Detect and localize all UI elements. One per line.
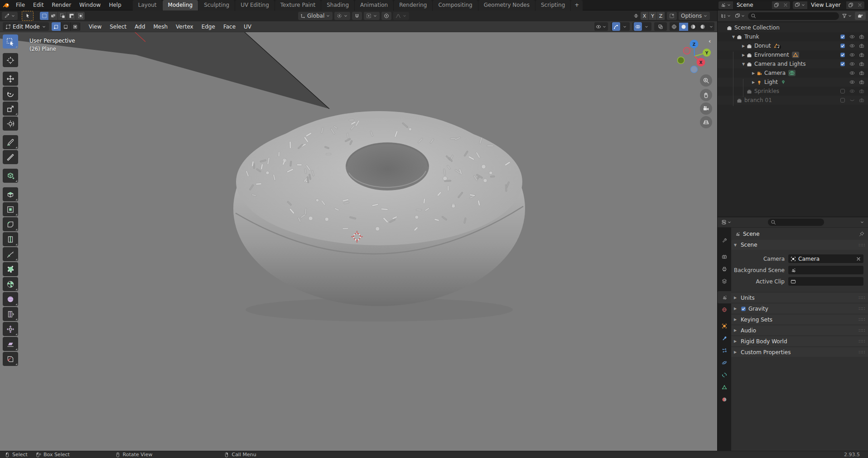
select-mode-intersect[interactable] [76,12,85,20]
axis-neg-y[interactable] [678,57,685,64]
properties-tab-material[interactable] [718,393,731,405]
tab-shading[interactable]: Shading [321,0,354,10]
sidebar-collapse-arrow[interactable]: ‹ [709,38,711,44]
display-mode-dropdown[interactable] [720,13,732,19]
panel-grip-icon[interactable]: ∷∷ [858,339,865,344]
eye-open-icon[interactable] [847,52,857,58]
tool-cursor[interactable] [3,53,18,67]
select-mode-set[interactable] [40,12,49,20]
options-dropdown[interactable]: Options [679,12,710,20]
mirror-x-button[interactable]: X [641,12,649,20]
eye-open-icon[interactable] [847,79,857,85]
vertex-select-mode[interactable] [52,22,61,31]
pin-icon[interactable] [859,231,864,237]
tab-rendering[interactable]: Rendering [394,0,432,10]
tab-compositing[interactable]: Compositing [433,0,477,10]
panel-keying-sets[interactable]: ▶Keying Sets∷∷ [731,315,868,324]
outliner-filter-dropdown[interactable] [841,13,853,19]
proportional-falloff-dropdown[interactable] [393,12,409,20]
panel-gravity[interactable]: ▶Gravity∷∷ [731,304,868,313]
properties-tab-tool[interactable] [718,234,731,246]
tool-bevel[interactable] [3,217,18,231]
outliner-row-camera-and-lights[interactable]: ▼Camera and Lights [718,59,868,68]
scene-panel-header[interactable]: ▼ Scene ∷∷ [731,240,868,250]
outliner-row-light[interactable]: ▶Light [718,78,868,87]
panel-grip-icon[interactable]: ∷∷ [858,350,865,355]
properties-tab-render[interactable] [718,250,731,263]
eye-open-icon[interactable] [847,70,857,76]
navigation-gizmo[interactable]: Z Y X [677,38,713,73]
gizmos-dropdown[interactable] [611,22,630,31]
shading-solid[interactable] [679,23,689,31]
select-mode-subtract[interactable] [58,12,67,20]
properties-tab-object[interactable] [718,320,731,332]
mirror-z-button[interactable]: Z [657,12,665,20]
panel-units[interactable]: ▶Units∷∷ [731,293,868,302]
tool-spin[interactable] [3,277,18,291]
tool-shear[interactable] [3,337,18,351]
checkbox-off[interactable] [838,88,847,94]
disclosure-closed-icon[interactable]: ▶ [740,53,747,57]
scene-selector[interactable]: Scene [719,1,790,9]
snap-settings-dropdown[interactable] [364,12,380,20]
properties-options-dropdown[interactable] [859,220,865,224]
zoom-button[interactable] [700,74,712,87]
pan-button[interactable] [700,89,712,101]
view-layer-browse-button[interactable] [793,1,807,9]
tab-sculpting[interactable]: Sculpting [198,0,235,10]
tab-modeling[interactable]: Modeling [163,0,198,10]
viewport-menu-uv[interactable]: UV [240,21,256,32]
show-gizmos-toggle[interactable] [612,22,620,31]
snap-individual-toggle[interactable] [667,12,677,20]
panel-grip-icon[interactable]: ∷∷ [858,317,865,322]
filter-type-dropdown[interactable] [734,13,746,19]
new-scene-button[interactable] [772,1,781,9]
scene-browse-button[interactable] [719,1,733,9]
show-overlays-toggle[interactable] [634,22,642,31]
eye-closed-icon[interactable] [847,97,857,103]
shading-rendered[interactable] [698,23,708,31]
remove-view-layer-button[interactable] [855,1,864,9]
camera-restrict-icon[interactable] [857,61,866,67]
camera-restrict-icon[interactable] [857,97,866,103]
shading-dropdown[interactable] [708,23,714,31]
tool-select-box[interactable] [3,34,18,49]
tool-shrink-fatten[interactable] [3,322,18,336]
properties-tab-data[interactable] [718,381,731,393]
new-collection-button[interactable] [855,12,866,20]
select-mode-extend[interactable] [49,12,58,20]
shading-material-preview[interactable] [689,23,698,31]
xray-toggle[interactable] [654,22,667,31]
viewport-menu-view[interactable]: View [85,21,106,32]
eye-open-icon[interactable] [847,34,857,39]
viewport-3d[interactable]: User Perspective (26) Plane Z Y X ‹ [0,32,717,451]
field-input-active-clip[interactable] [788,277,863,286]
editor-type-button[interactable] [2,12,18,20]
tool-rotate[interactable] [3,87,18,101]
tab-uv-editing[interactable]: UV Editing [235,0,275,10]
properties-tab-constraints[interactable] [718,369,731,381]
tab-layout[interactable]: Layout [133,0,162,10]
menu-help[interactable]: Help [105,0,125,10]
scene-name[interactable]: Scene [733,2,772,8]
outliner-row-sprinkles[interactable]: Sprinkles [718,87,868,96]
tool-loop-cut[interactable] [3,232,18,246]
camera-restrict-icon[interactable] [857,43,866,49]
properties-tab-particles[interactable] [718,344,731,356]
blender-logo-icon[interactable] [0,0,12,10]
tab-animation[interactable]: Animation [355,0,393,10]
properties-tab-world[interactable] [718,303,731,316]
select-mode-invert[interactable] [67,12,76,20]
menu-file[interactable]: File [12,0,29,10]
disclosure-closed-icon[interactable]: ▶ [740,44,747,48]
camera-restrict-icon[interactable] [857,79,866,85]
unlink-scene-button[interactable] [781,1,790,9]
proportional-editing-toggle[interactable] [381,12,391,20]
panel-audio[interactable]: ▶Audio∷∷ [731,326,868,335]
checkbox-on[interactable] [838,52,847,58]
snap-toggle[interactable] [352,12,362,20]
outliner-row-donut[interactable]: ▶Donut2 [718,41,868,50]
ortho-grid-button[interactable] [700,116,712,128]
outliner-row-scene-collection[interactable]: Scene Collection [718,23,868,32]
viewport-menu-mesh[interactable]: Mesh [149,21,172,32]
